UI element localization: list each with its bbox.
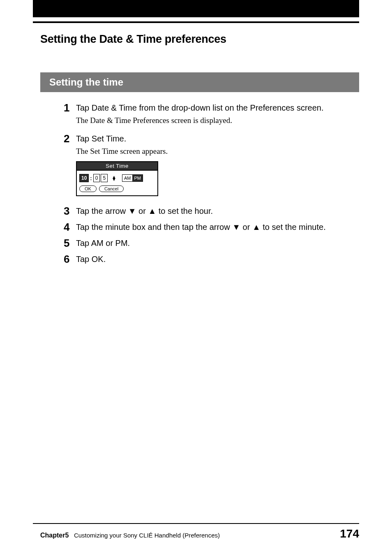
step-1: 1 Tap Date & Time from the drop-down lis… [64, 102, 355, 130]
step-instruction: Tap the minute box and then tap the arro… [76, 221, 355, 233]
step-3: 3 Tap the arrow ▼ or ▲ to set the hour. [64, 205, 355, 217]
step-result: The Set Time screen appears. [76, 146, 355, 157]
step-number: 3 [64, 205, 76, 217]
step-instruction: Tap OK. [76, 253, 355, 265]
header-rule [33, 21, 359, 23]
time-stepper[interactable]: ▲ ▼ [112, 176, 116, 181]
step-2: 2 Tap Set Time. The Set Time screen appe… [64, 133, 355, 202]
step-number: 1 [64, 102, 76, 114]
chapter-title: Customizing your Sony CLIÉ Handheld (Pre… [74, 532, 220, 539]
step-instruction: Tap AM or PM. [76, 237, 355, 249]
step-instruction: Tap Set Time. [76, 133, 355, 145]
footer-rule [33, 523, 359, 524]
dialog-buttons: OK Cancel [77, 184, 157, 195]
minute-tens-field[interactable]: 0 [93, 174, 100, 182]
step-number: 4 [64, 221, 76, 233]
minute-ones-field[interactable]: 5 [101, 174, 108, 182]
section-heading-text: Setting the time [49, 76, 123, 88]
page-number: 174 [340, 527, 359, 540]
section-heading-bar: Setting the time [40, 72, 359, 92]
step-number: 2 [64, 133, 76, 144]
set-time-dialog: Set Time 10 : 0 5 ▲ ▼ AM PM [76, 161, 158, 196]
dialog-body: 10 : 0 5 ▲ ▼ AM PM [77, 171, 157, 184]
footer-left: Chapter5 Customizing your Sony CLIÉ Hand… [40, 532, 220, 539]
page-title: Setting the Date & Time preferences [40, 33, 226, 46]
step-number: 6 [64, 253, 76, 265]
step-4: 4 Tap the minute box and then tap the ar… [64, 221, 355, 233]
chapter-label: Chapter5 [40, 532, 69, 539]
am-option[interactable]: AM [122, 175, 133, 181]
ampm-toggle[interactable]: AM PM [122, 174, 143, 182]
step-instruction: Tap Date & Time from the drop-down list … [76, 102, 355, 114]
time-separator: : [90, 175, 92, 181]
page: Setting the Date & Time preferences Sett… [0, 0, 392, 556]
step-6: 6 Tap OK. [64, 253, 355, 265]
hour-field[interactable]: 10 [79, 174, 89, 182]
arrow-down-icon[interactable]: ▼ [112, 178, 116, 181]
step-5: 5 Tap AM or PM. [64, 237, 355, 249]
dialog-title: Set Time [77, 162, 157, 171]
ok-button[interactable]: OK [79, 185, 97, 192]
step-number: 5 [64, 237, 76, 249]
step-result: The Date & Time Preferences screen is di… [76, 115, 355, 126]
footer: Chapter5 Customizing your Sony CLIÉ Hand… [40, 527, 359, 540]
cancel-button[interactable]: Cancel [99, 185, 124, 192]
step-instruction: Tap the arrow ▼ or ▲ to set the hour. [76, 205, 355, 217]
header-black-bar [33, 0, 359, 17]
steps-list: 1 Tap Date & Time from the drop-down lis… [64, 102, 355, 268]
pm-option[interactable]: PM [132, 175, 143, 181]
